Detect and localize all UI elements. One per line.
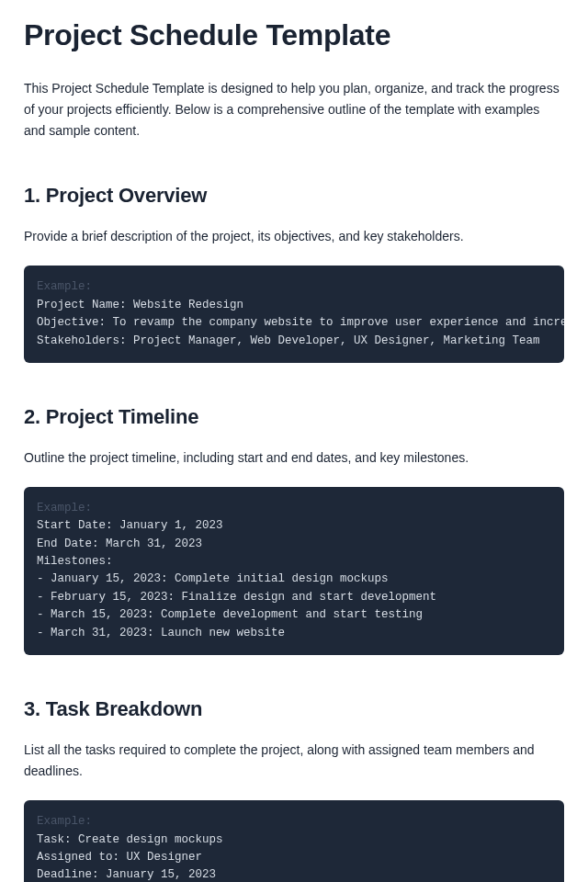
section-overview-heading: 1. Project Overview [24,184,564,208]
timeline-example-block: Example: Start Date: January 1, 2023 End… [24,487,564,655]
section-overview-desc: Provide a brief description of the proje… [24,226,564,247]
section-tasks-desc: List all the tasks required to complete … [24,740,564,782]
intro-paragraph: This Project Schedule Template is design… [24,78,564,141]
overview-example-block: Example: Project Name: Website Redesign … [24,266,564,363]
timeline-example-body: Start Date: January 1, 2023 End Date: Ma… [37,519,436,639]
page-title: Project Schedule Template [24,18,564,52]
overview-example-body: Project Name: Website Redesign Objective… [37,299,564,347]
tasks-example-body: Task: Create design mockups Assigned to:… [37,833,223,882]
example-label: Example: [37,502,92,514]
section-timeline-desc: Outline the project timeline, including … [24,447,564,469]
example-label: Example: [37,815,92,828]
tasks-example-block: Example: Task: Create design mockups Ass… [24,800,564,882]
section-tasks-heading: 3. Task Breakdown [24,697,564,721]
section-timeline-heading: 2. Project Timeline [24,405,564,429]
example-label: Example: [37,280,92,293]
